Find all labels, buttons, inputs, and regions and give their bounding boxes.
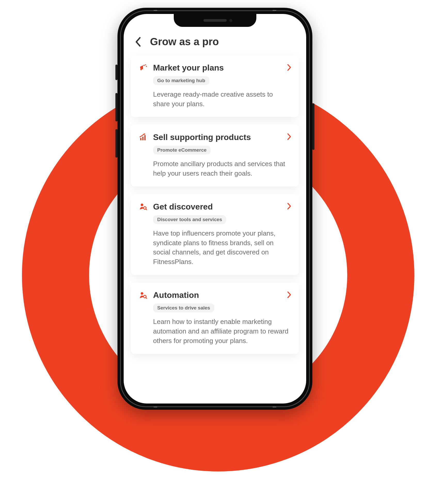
phone-notch [174, 14, 256, 27]
phone-speaker [203, 19, 227, 22]
card-header: Automation [139, 290, 291, 300]
card-market-your-plans[interactable]: Market your plans Go to marketing hub Le… [131, 55, 299, 117]
antenna-band [273, 407, 276, 407]
chevron-left-icon [135, 37, 141, 47]
page-title: Grow as a pro [150, 36, 219, 48]
svg-line-12 [146, 297, 147, 298]
chevron-right-icon [287, 291, 291, 299]
svg-line-9 [146, 209, 147, 210]
card-sell-products[interactable]: Sell supporting products Promote eCommer… [131, 125, 299, 187]
svg-rect-2 [140, 68, 142, 70]
card-chip: Promote eCommerce [153, 146, 211, 154]
chevron-right-icon [287, 133, 291, 141]
bar-chart-icon [139, 133, 148, 142]
chevron-right-icon [287, 203, 291, 211]
antenna-band [154, 407, 157, 407]
card-header: Get discovered [139, 202, 291, 212]
person-search-icon [139, 291, 148, 300]
card-description: Leverage ready-made creative assets to s… [153, 90, 291, 109]
svg-point-0 [145, 64, 146, 65]
svg-rect-5 [144, 135, 146, 140]
card-header: Market your plans [139, 63, 291, 73]
card-description: Have top influencers promote your plans,… [153, 229, 291, 267]
card-chip: Discover tools and services [153, 215, 226, 224]
card-chip: Go to marketing hub [153, 76, 209, 85]
card-title: Get discovered [153, 202, 282, 212]
antenna-band [154, 10, 157, 11]
silence-switch [115, 65, 117, 80]
person-search-icon [139, 202, 148, 211]
card-chip: Services to drive sales [153, 304, 214, 312]
svg-point-1 [146, 66, 147, 67]
svg-point-10 [141, 292, 143, 295]
chevron-right-icon [287, 64, 291, 72]
antenna-band [273, 10, 276, 11]
card-header: Sell supporting products [139, 133, 291, 142]
power-button [312, 103, 314, 150]
svg-marker-6 [144, 133, 146, 135]
volume-down-button [115, 129, 117, 158]
card-get-discovered[interactable]: Get discovered Discover tools and servic… [131, 194, 299, 275]
card-list: Market your plans Go to marketing hub Le… [124, 55, 306, 404]
phone-camera [228, 18, 233, 23]
megaphone-icon [139, 63, 148, 73]
card-title: Market your plans [153, 63, 282, 73]
card-description: Learn how to instantly enable marketing … [153, 317, 291, 346]
card-automation[interactable]: Automation Services to drive sales Learn… [131, 283, 299, 354]
phone-screen: Grow as a pro [124, 14, 306, 404]
back-button[interactable] [133, 37, 143, 47]
card-title: Automation [153, 290, 282, 300]
phone-frame: Grow as a pro [117, 8, 312, 410]
volume-up-button [115, 93, 117, 121]
card-description: Promote ancillary products and services … [153, 159, 291, 178]
card-title: Sell supporting products [153, 133, 282, 142]
svg-point-7 [141, 204, 143, 206]
svg-rect-3 [140, 138, 141, 140]
app-root: Grow as a pro [124, 14, 306, 404]
svg-rect-4 [142, 137, 144, 140]
app-header: Grow as a pro [124, 36, 306, 55]
